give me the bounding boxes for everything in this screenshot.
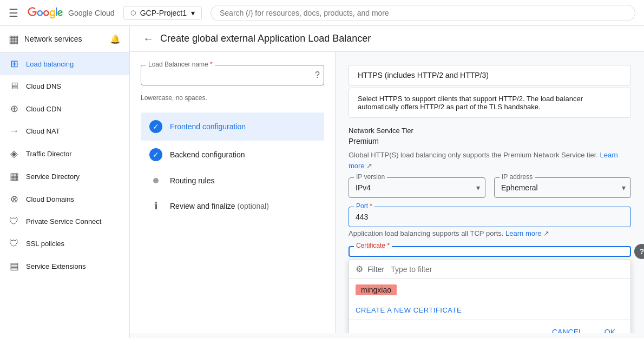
step-optional: (optional) [238, 202, 269, 210]
service-extensions-icon: ▤ [9, 260, 19, 272]
step-item-routing[interactable]: Routing rules [141, 169, 324, 193]
cloud-domains-icon: ⊗ [9, 193, 19, 205]
lb-name-field: Load Balancer name * ? [141, 65, 324, 85]
sidebar-item-cloud-dns[interactable]: 🖥 Cloud DNS [0, 75, 129, 97]
page-header: ← Create global external Application Loa… [130, 26, 644, 52]
certificate-dropdown: ⚙ Filter mingxiao CREATE A NEW CERTIFICA… [349, 259, 631, 333]
sidebar-item-load-balancing[interactable]: ⊞ Load balancing [0, 52, 129, 75]
network-services-icon: ▦ [9, 32, 19, 45]
sidebar-item-label: Traffic Director [26, 150, 72, 158]
step-item-backend[interactable]: ✓ Backend configuration [141, 141, 324, 169]
google-logo [27, 7, 64, 19]
service-directory-icon: ▦ [9, 170, 19, 182]
step-list: ✓ Frontend configuration ✓ Backend confi… [141, 112, 324, 220]
protocol-info: Select HTTPS to support clients that sup… [349, 88, 631, 118]
protocol-bar: HTTPS (includes HTTP/2 and HTTP/3) [349, 65, 631, 85]
cert-option-mingxiao[interactable]: mingxiao [349, 279, 630, 301]
step-label-routing: Routing rules [170, 176, 215, 185]
ip-row: IP version IPv4 ▾ IP address Ephemeral ▾ [349, 177, 631, 198]
step-label-backend: Backend configuration [170, 150, 245, 159]
sidebar-item-private-service-connect[interactable]: 🛡 Private Service Connect [0, 210, 129, 233]
sidebar-item-label: Cloud DNS [26, 82, 61, 90]
filter-row: ⚙ Filter [349, 260, 630, 279]
topbar: ☰ Google Cloud ⬡ GCP-Project1 ▾ [0, 0, 644, 26]
filter-icon: ⚙ [356, 264, 363, 274]
right-panel: HTTPS (includes HTTP/2 and HTTP/3) Selec… [336, 52, 644, 333]
topbar-logo: Google Cloud [27, 7, 115, 19]
network-tier-section: Network Service Tier Premium Global HTTP… [349, 127, 631, 171]
required-star: * [210, 61, 213, 68]
sidebar-item-label: Cloud CDN [26, 105, 62, 113]
sidebar-item-label: Service Directory [26, 173, 80, 181]
sidebar-item-traffic-director[interactable]: ◈ Traffic Director [0, 142, 129, 165]
page-title: Create global external Application Load … [160, 33, 371, 44]
main-layout: ▦ Network services 🔔 ⊞ Load balancing 🖥 … [0, 26, 644, 338]
port-input[interactable] [349, 207, 631, 227]
create-certificate-button[interactable]: CREATE A NEW CERTIFICATE [349, 301, 630, 320]
cloud-dns-icon: 🖥 [9, 81, 19, 92]
cloud-nat-icon: → [9, 125, 19, 137]
content-area: Load Balancer name * ? Lowercase, no spa… [130, 52, 644, 333]
learn-more-link-port[interactable]: Learn more [505, 229, 541, 237]
google-cloud-label: Google Cloud [68, 9, 115, 17]
sidebar-header: ▦ Network services 🔔 [0, 26, 129, 52]
ip-version-label: IP version [354, 173, 387, 181]
project-selector[interactable]: ⬡ GCP-Project1 ▾ [123, 6, 202, 20]
network-tier-value: Premium [349, 137, 631, 145]
ok-button[interactable]: OK [596, 324, 624, 333]
sidebar-item-cloud-cdn[interactable]: ⊕ Cloud CDN [0, 97, 129, 120]
step-icon-review: ℹ [149, 200, 162, 212]
ssl-icon: 🛡 [9, 238, 19, 249]
sidebar-item-service-directory[interactable]: ▦ Service Directory [0, 165, 129, 188]
step-label-frontend: Frontend configuration [170, 122, 246, 131]
sidebar-item-cloud-domains[interactable]: ⊗ Cloud Domains [0, 188, 129, 210]
filter-input[interactable] [391, 265, 624, 274]
sidebar-item-label: Cloud NAT [26, 127, 60, 135]
ip-version-field: IP version IPv4 ▾ [349, 177, 485, 198]
sidebar-item-label: SSL policies [26, 240, 64, 248]
menu-icon[interactable]: ☰ [9, 6, 18, 19]
traffic-director-icon: ◈ [9, 148, 19, 160]
cloud-cdn-icon: ⊕ [9, 103, 19, 115]
dropdown-actions: CANCEL OK [349, 320, 630, 333]
port-info: Application load balancing supports all … [349, 229, 631, 237]
lb-name-help-icon[interactable]: ? [315, 70, 320, 80]
sidebar-item-label: Private Service Connect [26, 217, 101, 226]
sidebar-item-label: Cloud Domains [26, 195, 74, 203]
project-name: GCP-Project1 [140, 9, 187, 17]
cert-help-button[interactable]: ? [634, 244, 644, 259]
step-icon-frontend: ✓ [149, 120, 162, 133]
step-dot-routing [153, 178, 159, 183]
cert-tag: mingxiao [356, 284, 397, 295]
project-dropdown-icon[interactable]: ▾ [191, 9, 195, 17]
sidebar-item-label: Load balancing [26, 60, 74, 68]
step-label-review: Review and finalize (optional) [170, 202, 269, 210]
load-balancing-icon: ⊞ [9, 58, 19, 70]
certificate-label: Certificate * [354, 242, 392, 249]
sidebar-item-ssl-policies[interactable]: 🛡 SSL policies [0, 233, 129, 255]
network-tier-info: Global HTTP(S) load balancing only suppo… [349, 150, 631, 171]
search-input[interactable] [211, 5, 635, 21]
step-icon-backend: ✓ [149, 148, 162, 161]
sidebar: ▦ Network services 🔔 ⊞ Load balancing 🖥 … [0, 26, 130, 338]
port-required: * [370, 202, 372, 210]
sidebar-item-label: Service Extensions [26, 262, 86, 270]
notification-icon[interactable]: 🔔 [110, 34, 121, 44]
cancel-button[interactable]: CANCEL [543, 324, 592, 333]
step-item-frontend[interactable]: ✓ Frontend configuration [141, 112, 324, 141]
port-field: Port * Application load balancing suppor… [349, 207, 631, 237]
ip-address-field: IP address Ephemeral ▾ [494, 177, 631, 198]
certificate-section: Certificate * ? ⚙ Filter [349, 246, 631, 257]
field-hint: Lowercase, no spaces. [141, 94, 324, 102]
lb-name-label: Load Balancer name * [146, 61, 215, 68]
ip-address-label: IP address [500, 173, 535, 181]
sidebar-item-cloud-nat[interactable]: → Cloud NAT [0, 120, 129, 142]
step-item-review[interactable]: ℹ Review and finalize (optional) [141, 193, 324, 220]
port-label: Port * [354, 202, 374, 210]
sidebar-title: Network services [24, 35, 82, 43]
sidebar-item-service-extensions[interactable]: ▤ Service Extensions [0, 255, 129, 277]
network-tier-label: Network Service Tier [349, 127, 631, 135]
cert-required: * [387, 242, 390, 249]
filter-label: Filter [367, 265, 384, 274]
back-button[interactable]: ← [143, 32, 154, 45]
